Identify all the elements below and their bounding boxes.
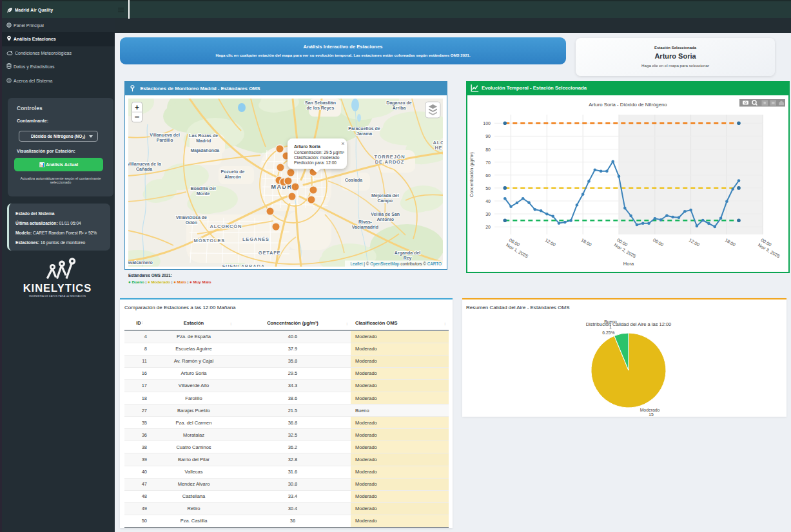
svg-text:12:00: 12:00 (688, 238, 701, 247)
svg-text:00:00Nov 2, 2025: 00:00Nov 2, 2025 (614, 238, 640, 259)
svg-text:+: + (135, 103, 139, 112)
svg-text:20: 20 (485, 225, 491, 229)
svg-text:Hora: Hora (623, 261, 634, 267)
svg-text:15: 15 (649, 412, 654, 417)
svg-text:Majadahonda: Majadahonda (190, 148, 219, 153)
svg-text:30: 30 (485, 212, 491, 216)
svg-text:ALCORCÓN: ALCORCÓN (210, 223, 242, 229)
svg-text:GETAFE: GETAFE (259, 250, 281, 256)
svg-text:×: × (341, 140, 344, 147)
svg-text:18:00: 18:00 (580, 238, 592, 247)
svg-text:06:00Nov 1, 2025: 06:00Nov 1, 2025 (505, 238, 532, 259)
svg-text:80: 80 (485, 147, 491, 152)
svg-text:Leaflet | © OpenStreetMap cont: Leaflet | © OpenStreetMap contributors ©… (350, 261, 442, 267)
svg-text:06:00: 06:00 (652, 238, 665, 247)
svg-text:90: 90 (485, 134, 491, 138)
svg-text:LEGANÉS: LEGANÉS (242, 236, 269, 242)
svg-text:TORREJÓNDE ARDOZ: TORREJÓNDE ARDOZ (375, 154, 405, 165)
svg-text:Distribución Calidad del Aire: Distribución Calidad del Aire a las 12:0… (586, 321, 672, 327)
svg-text:6.25%: 6.25% (602, 330, 614, 335)
svg-text:MÓSTOLES: MÓSTOLES (194, 238, 225, 243)
svg-text:40: 40 (485, 199, 491, 204)
svg-text:San Sebastiánde los Reyes: San Sebastiánde los Reyes (305, 100, 336, 111)
svg-text:Navalcarnero: Navalcarnero (128, 260, 153, 265)
svg-text:−: − (135, 112, 140, 122)
svg-text:ALCAHEN: ALCAHEN (433, 140, 443, 151)
svg-text:Coslada: Coslada (345, 178, 362, 182)
svg-text:00:00Nov 3, 2025: 00:00Nov 3, 2025 (757, 238, 784, 259)
svg-text:FUENLABRADA: FUENLABRADA (222, 263, 265, 267)
svg-text:Arturo Soria - Dióxido de Nitr: Arturo Soria - Dióxido de Nitrógeno (589, 102, 667, 108)
svg-text:70: 70 (485, 160, 491, 165)
svg-text:Moderado: Moderado (640, 408, 660, 412)
svg-text:Concentración: 29.5 µg/m³: Concentración: 29.5 µg/m³ (294, 150, 345, 155)
svg-text:Concentración (µg/m³): Concentración (µg/m³) (469, 152, 474, 197)
svg-text:1: 1 (609, 325, 612, 329)
svg-text:Pozuelo deAlarcón: Pozuelo deAlarcón (221, 169, 245, 179)
svg-text:12:00: 12:00 (544, 238, 556, 247)
svg-text:Predicción para: 12:00: Predicción para: 12:00 (294, 160, 337, 166)
svg-text:18:00: 18:00 (724, 238, 736, 247)
svg-text:Clasificación: moderado: Clasificación: moderado (294, 155, 340, 160)
svg-text:50: 50 (485, 186, 491, 191)
svg-text:100: 100 (483, 121, 491, 126)
svg-text:Bueno: Bueno (604, 319, 617, 324)
svg-text:60: 60 (485, 173, 491, 178)
svg-text:Arturo Soria: Arturo Soria (294, 144, 320, 149)
